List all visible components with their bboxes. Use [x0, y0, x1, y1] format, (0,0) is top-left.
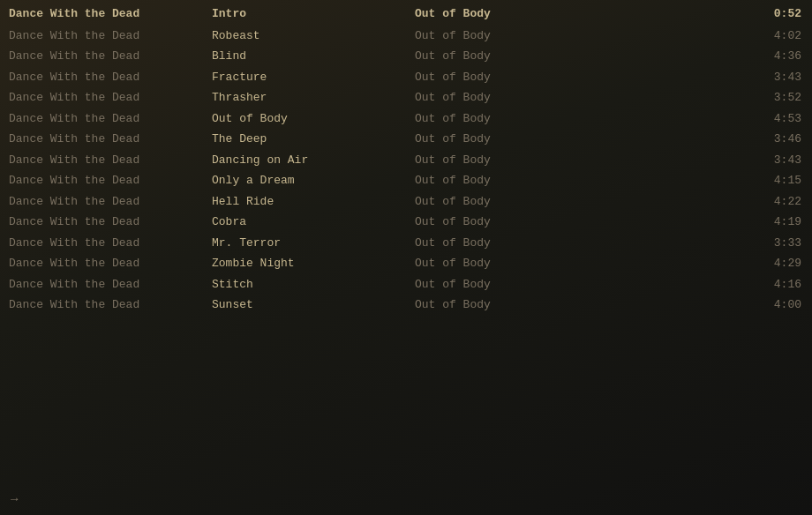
- track-duration: 4:16: [591, 276, 801, 294]
- track-duration: 4:02: [591, 27, 801, 45]
- track-artist: Dance With the Dead: [9, 152, 212, 169]
- track-row[interactable]: Dance With the DeadSunsetOut of Body4:00: [0, 295, 812, 316]
- track-artist: Dance With the Dead: [9, 255, 212, 272]
- header-duration: 0:52: [591, 5, 801, 23]
- track-artist: Dance With the Dead: [9, 89, 212, 107]
- track-row[interactable]: Dance With the DeadHell RideOut of Body4…: [0, 191, 812, 213]
- track-title: Only a Dream: [212, 172, 415, 190]
- track-artist: Dance With the Dead: [9, 110, 212, 128]
- track-album: Out of Body: [415, 276, 591, 294]
- track-duration: 4:53: [591, 110, 801, 128]
- track-artist: Dance With the Dead: [9, 296, 212, 314]
- track-duration: 4:19: [591, 213, 801, 231]
- track-title: Mr. Terror: [212, 235, 415, 252]
- track-title: Robeast: [212, 27, 415, 45]
- track-duration: 3:43: [591, 69, 801, 86]
- track-duration: 3:46: [591, 131, 801, 148]
- track-duration: 4:36: [591, 48, 801, 65]
- track-title: Fracture: [212, 69, 415, 86]
- track-album: Out of Body: [415, 131, 591, 148]
- track-duration: 4:29: [591, 255, 801, 272]
- track-title: Hell Ride: [212, 193, 415, 211]
- track-row[interactable]: Dance With the DeadOnly a DreamOut of Bo…: [0, 170, 812, 191]
- track-album: Out of Body: [415, 235, 591, 252]
- track-title: Dancing on Air: [212, 152, 415, 169]
- track-album: Out of Body: [415, 172, 591, 190]
- track-row[interactable]: Dance With the DeadCobraOut of Body4:19: [0, 212, 812, 233]
- track-title: Zombie Night: [212, 255, 415, 272]
- track-title: The Deep: [212, 131, 415, 148]
- track-row[interactable]: Dance With the DeadZombie NightOut of Bo…: [0, 253, 812, 274]
- track-title: Cobra: [212, 213, 415, 231]
- header-title: Intro: [212, 5, 415, 23]
- track-album: Out of Body: [415, 193, 591, 211]
- track-artist: Dance With the Dead: [9, 27, 212, 45]
- track-artist: Dance With the Dead: [9, 276, 212, 294]
- track-row[interactable]: Dance With the DeadThrasherOut of Body3:…: [0, 87, 812, 108]
- track-album: Out of Body: [415, 89, 591, 107]
- track-title: Out of Body: [212, 110, 415, 128]
- track-row[interactable]: Dance With the DeadBlindOut of Body4:36: [0, 46, 812, 67]
- track-album: Out of Body: [415, 69, 591, 86]
- track-album: Out of Body: [415, 296, 591, 314]
- track-artist: Dance With the Dead: [9, 172, 212, 190]
- track-album: Out of Body: [415, 255, 591, 272]
- track-row[interactable]: Dance With the DeadStitchOut of Body4:16: [0, 274, 812, 295]
- track-album: Out of Body: [415, 213, 591, 231]
- track-row[interactable]: Dance With the DeadRobeastOut of Body4:0…: [0, 26, 812, 47]
- track-artist: Dance With the Dead: [9, 213, 212, 231]
- track-row[interactable]: Dance With the DeadMr. TerrorOut of Body…: [0, 233, 812, 254]
- track-duration: 3:43: [591, 152, 801, 169]
- track-duration: 4:22: [591, 193, 801, 211]
- track-row[interactable]: Dance With the DeadThe DeepOut of Body3:…: [0, 129, 812, 150]
- track-artist: Dance With the Dead: [9, 131, 212, 148]
- track-artist: Dance With the Dead: [9, 48, 212, 65]
- track-duration: 3:52: [591, 89, 801, 107]
- track-artist: Dance With the Dead: [9, 193, 212, 211]
- track-row[interactable]: Dance With the DeadFractureOut of Body3:…: [0, 67, 812, 88]
- track-list: Dance With the Dead Intro Out of Body 0:…: [0, 0, 812, 316]
- track-row[interactable]: Dance With the DeadDancing on AirOut of …: [0, 150, 812, 171]
- header-artist: Dance With the Dead: [9, 5, 212, 23]
- track-title: Sunset: [212, 296, 415, 314]
- track-album: Out of Body: [415, 110, 591, 128]
- track-title: Thrasher: [212, 89, 415, 107]
- track-list-header: Dance With the Dead Intro Out of Body 0:…: [0, 4, 812, 26]
- track-row[interactable]: Dance With the DeadOut of BodyOut of Bod…: [0, 108, 812, 130]
- track-title: Stitch: [212, 276, 415, 294]
- track-album: Out of Body: [415, 152, 591, 169]
- track-duration: 3:33: [591, 235, 801, 252]
- arrow-indicator: →: [11, 492, 18, 506]
- track-artist: Dance With the Dead: [9, 235, 212, 252]
- track-duration: 4:00: [591, 296, 801, 314]
- track-album: Out of Body: [415, 48, 591, 65]
- track-artist: Dance With the Dead: [9, 69, 212, 86]
- track-duration: 4:15: [591, 172, 801, 190]
- track-album: Out of Body: [415, 27, 591, 45]
- track-title: Blind: [212, 48, 415, 65]
- header-album: Out of Body: [415, 5, 591, 23]
